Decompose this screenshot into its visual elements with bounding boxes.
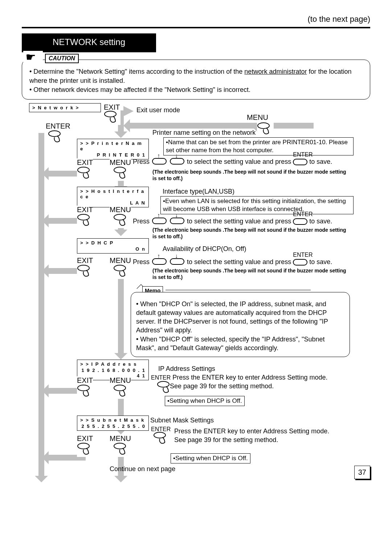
press-3: Press (133, 258, 150, 266)
subnet-desc: Subnet Mask Settings (150, 416, 214, 425)
selectvalue-2: to select the setting value and press (187, 218, 293, 225)
exit-label-4: EXIT (77, 376, 93, 385)
menu-label-1: MENU (110, 158, 131, 167)
menu-hand-5 (113, 442, 130, 457)
lcd-ip-line1: > > I P A d d r e s s (80, 361, 146, 367)
ip-line1-t: Press the ENTER key to enter Address Set… (172, 374, 327, 381)
up-key-icon-3: ↑ (152, 258, 167, 265)
enter-small-2: ENTER (293, 211, 313, 218)
exit-hand-1 (77, 166, 94, 181)
exit-arrow-0 (123, 106, 134, 118)
lcd-dhcp: > > D H C P O n (77, 238, 149, 254)
menu-hand-top (257, 122, 274, 137)
menu-top-bar-tip (128, 123, 136, 129)
svg-point-5 (78, 214, 89, 220)
enter-key-icon-3 (293, 259, 307, 266)
exit-label-2: EXIT (77, 206, 93, 214)
lcd-subnet: > > S u b n e t M a s k 2 5 5 . 2 5 5 . … (77, 416, 149, 431)
enter-small-3: ENTER (293, 251, 313, 259)
exit-label-5: EXIT (77, 434, 93, 443)
exit-hand-2 (77, 214, 94, 228)
ip-line1: ENTER Press the ENTER key to enter Addre… (151, 373, 327, 382)
selectvalue-1: to select the setting value and press (187, 158, 293, 165)
svg-point-11 (114, 385, 126, 391)
memo-bullet-2: • When "DHCP Off" is selected, specify t… (136, 335, 344, 353)
svg-point-12 (154, 432, 166, 438)
caution-tag: CAUTION (45, 54, 79, 63)
svg-point-0 (105, 111, 116, 117)
tosave-1: to save. (309, 158, 332, 165)
lcd-network-line: > N e t w o r k > (32, 105, 98, 110)
down-key-icon-2: ↓ (170, 218, 184, 224)
lcd-host: > > H o s t I n t e r f a c e L A N (77, 187, 149, 207)
press-2: Press (133, 218, 150, 225)
memo-line (166, 290, 311, 290)
ip-callout: •Setting when DHCP is Off. (165, 396, 245, 406)
press-line-2: Press ↑ ↓ to select the setting value an… (133, 217, 332, 226)
up-key-icon: ↑ (152, 158, 167, 165)
svg-point-1 (258, 123, 269, 129)
svg-point-7 (78, 265, 89, 271)
enter-key-icon-2 (293, 218, 307, 225)
caution-text-1a: • Determine the "Network Setting" items … (29, 68, 244, 75)
enter-small-ip: ENTER (151, 374, 171, 381)
menu-label-2: MENU (110, 206, 131, 214)
lcd-host-line2: L A N (80, 200, 146, 206)
svg-point-14 (114, 443, 126, 449)
enter-spine (38, 133, 44, 477)
lcd-subnet-line2: 2 5 5 . 2 5 5 . 2 5 5 . 0 (80, 424, 146, 429)
tosave-2: to save. (309, 218, 332, 225)
ip-desc: IP Address Settings (158, 365, 215, 373)
enter-key-icon-1 (293, 159, 307, 165)
exit-user-mode: Exit user mode (136, 106, 180, 114)
to-next-page: (to the next page) (22, 15, 370, 24)
lcd-network: > N e t w o r k > (29, 103, 101, 112)
menu-top-bar (135, 123, 314, 129)
caution-text-2: • Other network devices may be affected … (29, 86, 250, 93)
up-key-icon-2: ↑ (152, 218, 167, 224)
menu-hand-1 (113, 166, 130, 181)
caution-underline: network administrator (244, 68, 307, 75)
menu-label-4: MENU (110, 376, 131, 385)
tosave-3: to save. (309, 258, 332, 266)
caution-box: • Determine the "Network Setting" items … (22, 60, 370, 100)
menu-hand-4 (113, 384, 130, 399)
subnet-callout: •Setting when DHCP is Off. (171, 453, 250, 463)
enter-hand (48, 130, 65, 145)
lcd-printer-line2: P R I N T E R 0 1 (80, 152, 146, 158)
memo-bullet-1: • When "DHCP On" is selected, the IP add… (136, 300, 344, 335)
section-title: NETWORK setting (22, 33, 156, 52)
beep-1: (The electronic beep sounds .The beep wi… (152, 169, 348, 182)
continue-text: Continue on next page (110, 465, 175, 473)
printer-callout: •Name that can be set from the printer a… (163, 137, 354, 155)
svg-point-8 (114, 265, 126, 271)
subnet-line1: Press the ENTER key to enter Address Set… (174, 427, 329, 436)
exit-hand-3 (77, 264, 94, 279)
beep-2: (The electronic beep sounds .The beep wi… (152, 227, 348, 240)
pointing-hand-icon (23, 51, 43, 65)
exit-label-1: EXIT (77, 158, 93, 167)
press-line-3: Press ↑ ↓ to select the setting value an… (133, 258, 332, 266)
enter-label: ENTER (46, 122, 70, 130)
lcd-subnet-line1: > > S u b n e t M a s k (80, 417, 146, 423)
flow-diagram: > N e t w o r k > EXIT Exit user mode ME… (22, 103, 370, 485)
horizontal-rule (22, 27, 370, 28)
host-callout: •Even when LAN is selected for this sett… (160, 196, 354, 214)
svg-point-10 (78, 385, 89, 391)
lcd-dhcp-line2: O n (80, 246, 146, 252)
lcd-host-line1: > > H o s t I n t e r f a c e (80, 189, 146, 199)
svg-point-3 (78, 167, 89, 173)
menu-hand-3 (113, 264, 130, 279)
svg-point-4 (114, 167, 126, 173)
dhcp-desc: Availability of DHCP(On, Off) (163, 245, 246, 253)
menu-label-5: MENU (110, 434, 131, 443)
enter-hand-subnet (153, 432, 170, 446)
svg-point-2 (49, 131, 60, 137)
exit-hand-0 (104, 110, 121, 125)
lcd-dhcp-line1: > > D H C P (80, 240, 146, 246)
menu-hand-2 (113, 214, 130, 228)
menu-label-top: MENU (247, 113, 268, 122)
press-line-1: Press ↑ ↓ to select the setting value an… (133, 158, 332, 166)
menu-label-3: MENU (110, 256, 131, 265)
exit-hand-4 (77, 384, 94, 399)
